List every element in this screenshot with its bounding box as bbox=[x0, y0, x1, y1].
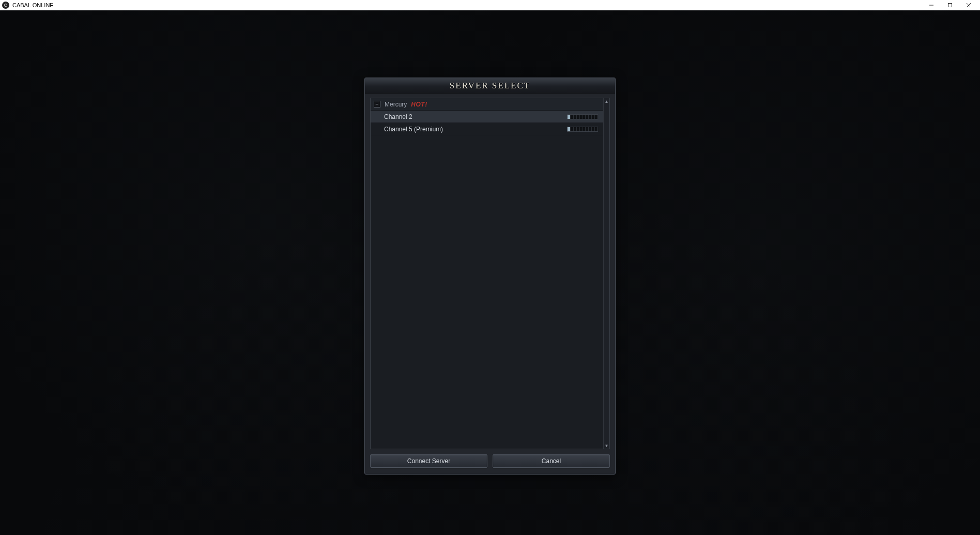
server-list-container: − Mercury HOT! Channel 2Channel 5 (Premi… bbox=[370, 98, 610, 449]
connect-server-button[interactable]: Connect Server bbox=[370, 454, 487, 468]
channel-name: Channel 2 bbox=[384, 113, 567, 120]
game-viewport: SERVER SELECT − Mercury HOT! Channel 2Ch… bbox=[0, 10, 980, 535]
dialog-title: SERVER SELECT bbox=[365, 78, 615, 94]
scroll-up-icon[interactable]: ▲ bbox=[604, 98, 610, 104]
window-titlebar: C CABAL ONLINE bbox=[0, 0, 980, 10]
hot-badge: HOT! bbox=[411, 101, 427, 108]
channel-load-indicator bbox=[567, 127, 598, 132]
maximize-button[interactable] bbox=[941, 0, 959, 10]
close-button[interactable] bbox=[959, 0, 978, 10]
server-list: − Mercury HOT! Channel 2Channel 5 (Premi… bbox=[371, 98, 603, 449]
minimize-button[interactable] bbox=[922, 0, 941, 10]
channel-row[interactable]: Channel 5 (Premium) bbox=[371, 123, 603, 135]
scroll-down-icon[interactable]: ▼ bbox=[604, 442, 610, 449]
scrollbar[interactable]: ▲ ▼ bbox=[603, 98, 609, 449]
app-icon: C bbox=[2, 2, 9, 9]
channel-name: Channel 5 (Premium) bbox=[384, 126, 567, 133]
window-title: CABAL ONLINE bbox=[12, 2, 54, 8]
dialog-body: − Mercury HOT! Channel 2Channel 5 (Premi… bbox=[365, 94, 615, 454]
server-name: Mercury bbox=[385, 101, 407, 108]
server-group-header[interactable]: − Mercury HOT! bbox=[371, 98, 603, 111]
channel-row[interactable]: Channel 2 bbox=[371, 111, 603, 123]
server-select-dialog: SERVER SELECT − Mercury HOT! Channel 2Ch… bbox=[364, 78, 616, 475]
cancel-button[interactable]: Cancel bbox=[493, 454, 610, 468]
channel-load-indicator bbox=[567, 114, 598, 119]
svg-rect-1 bbox=[948, 4, 952, 7]
dialog-footer: Connect Server Cancel bbox=[365, 454, 615, 474]
collapse-toggle-icon[interactable]: − bbox=[374, 101, 380, 108]
